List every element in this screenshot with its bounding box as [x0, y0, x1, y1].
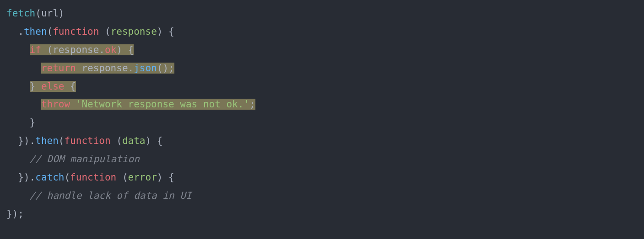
code-token — [70, 99, 76, 110]
code-indent — [6, 190, 30, 201]
code-token: else — [41, 81, 65, 92]
code-token: { — [64, 81, 76, 92]
code-token: ) — [59, 8, 65, 19]
code-line-10: }).catch(function (error) { — [6, 169, 638, 187]
code-token: url — [41, 8, 59, 19]
code-token: }). — [18, 135, 35, 146]
highlight: if (response.ok) { — [30, 44, 134, 55]
code-line-5: } else { — [6, 78, 638, 96]
code-line-11: // handle lack of data in UI — [6, 187, 638, 205]
code-token: ( — [35, 8, 41, 19]
code-token: then — [35, 135, 59, 146]
code-token: ) { — [116, 44, 134, 55]
code-indent — [6, 117, 30, 128]
code-token: response — [81, 63, 128, 74]
code-line-6: throw 'Network response was not ok.'; — [6, 96, 638, 114]
code-token: }). — [18, 172, 35, 183]
code-token: function — [53, 26, 99, 37]
code-token — [76, 63, 82, 74]
code-line-8: }).then(function (data) { — [6, 132, 638, 150]
code-token: data — [122, 135, 146, 146]
code-token: 'Network response was not ok.' — [76, 99, 249, 110]
code-token: function — [70, 172, 116, 183]
code-line-9: // DOM manipulation — [6, 150, 638, 169]
highlight: return response.json(); — [41, 63, 174, 74]
code-token: then — [24, 26, 47, 37]
code-indent — [6, 172, 18, 183]
code-token: json — [134, 63, 157, 74]
code-indent — [6, 154, 30, 165]
code-indent — [6, 81, 30, 92]
code-token: . — [128, 63, 134, 74]
code-token: ok — [105, 44, 116, 55]
code-token: throw — [41, 99, 70, 110]
code-token: ( — [116, 172, 128, 183]
code-token: ( — [59, 135, 65, 146]
code-indent — [6, 135, 18, 146]
code-token: ( — [47, 26, 53, 37]
code-token: ( — [64, 172, 70, 183]
code-token: if — [30, 44, 41, 55]
code-line-3: if (response.ok) { — [6, 41, 638, 59]
code-block[interactable]: fetch(url) .then(function (response) { i… — [6, 5, 638, 223]
code-indent — [6, 99, 41, 110]
code-token: ( — [99, 26, 110, 37]
code-line-7: } — [6, 114, 638, 132]
code-line-4: return response.json(); — [6, 59, 638, 78]
highlight: throw 'Network response was not ok.'; — [41, 99, 255, 110]
code-token: response — [111, 26, 157, 37]
code-token: return — [41, 63, 76, 74]
code-token: (); — [157, 63, 174, 74]
code-token: ( — [111, 135, 122, 146]
code-token: ) { — [157, 172, 174, 183]
code-token: function — [64, 135, 110, 146]
code-token: }); — [6, 208, 24, 219]
code-token: fetch — [6, 8, 35, 19]
code-token: ; — [249, 99, 255, 110]
code-line-1: fetch(url) — [6, 5, 638, 23]
code-token: error — [128, 172, 157, 183]
code-token: . — [18, 26, 24, 37]
code-token: // handle lack of data in UI — [30, 190, 192, 201]
highlight: } else { — [30, 81, 76, 92]
code-line-12: }); — [6, 205, 638, 223]
code-token: ) { — [157, 26, 174, 37]
code-indent — [6, 63, 41, 74]
code-token: . — [99, 44, 105, 55]
code-token: ) { — [146, 135, 163, 146]
code-token: catch — [35, 172, 64, 183]
code-token: ( — [41, 44, 53, 55]
code-line-2: .then(function (response) { — [6, 23, 638, 41]
code-indent — [6, 44, 30, 55]
code-token: } — [30, 117, 36, 128]
code-token: } — [30, 81, 41, 92]
code-token: response — [53, 44, 99, 55]
code-token: // DOM manipulation — [30, 154, 140, 165]
code-indent — [6, 26, 18, 37]
